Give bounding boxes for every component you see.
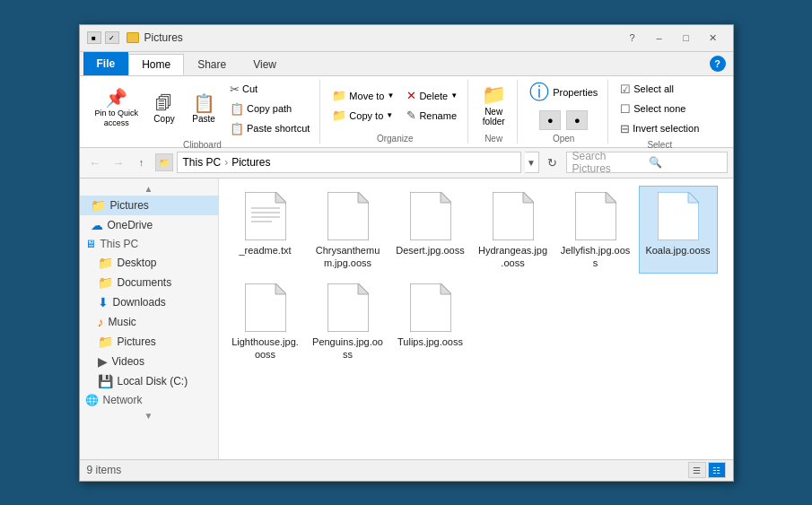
lighthouse-doc-icon (245, 283, 286, 332)
search-placeholder: Search Pictures (572, 150, 645, 175)
refresh-button[interactable]: ↻ (543, 152, 563, 172)
hydrangeas-doc-icon (493, 192, 534, 240)
tab-view[interactable]: View (240, 54, 290, 75)
forward-button[interactable]: → (109, 152, 128, 172)
this-pc-path: This PC (183, 156, 222, 169)
sidebar-item-label: Downloads (113, 296, 166, 309)
this-pc-icon: 🖥 (85, 238, 96, 250)
sidebar-item-music[interactable]: ♪ Music (80, 312, 218, 332)
sidebar-item-local-disk[interactable]: 💾 Local Disk (C:) (80, 371, 218, 391)
title-icon-1: ■ (87, 31, 101, 44)
help-icon[interactable]: ? (710, 56, 726, 72)
sidebar-item-this-pc[interactable]: 🖥 This PC (80, 235, 218, 253)
view-toggle: ☰ ☷ (688, 462, 726, 478)
back-button[interactable]: ← (85, 152, 105, 172)
organize-col: 📁 Move to ▼ 📁 Copy to ▼ (327, 86, 398, 125)
new-folder-icon: 📁 (482, 85, 506, 105)
koala-doc-icon (658, 192, 699, 240)
open-extra-2[interactable]: ● (566, 110, 588, 130)
title-icon-2: ✓ (105, 31, 119, 44)
maximize-button[interactable]: □ (674, 29, 699, 47)
sidebar-item-onedrive[interactable]: ☁ OneDrive (80, 215, 218, 235)
ribbon-group-select: ☑ Select all ☐ Select none ⊟ Invert sele… (610, 80, 709, 144)
clipboard-small-buttons: ✂ Cut 📋 Copy path 📋 Paste shortcut (225, 80, 314, 138)
file-desert[interactable]: Desert.jpg.ooss (391, 186, 470, 274)
sidebar-scroll-down[interactable]: ▼ (80, 409, 218, 422)
close-button[interactable]: ✕ (701, 29, 726, 47)
pin-quick-access-button[interactable]: 📌 Pin to Quick access (91, 86, 144, 131)
music-icon: ♪ (98, 315, 104, 329)
search-box[interactable]: Search Pictures 🔍 (566, 152, 728, 173)
sidebar-item-documents[interactable]: 📁 Documents (80, 273, 218, 292)
grid-view-button[interactable]: ☷ (708, 462, 726, 478)
minimize-button[interactable]: – (647, 29, 672, 47)
file-koala[interactable]: Koala.jpg.ooss (639, 186, 718, 274)
sidebar-item-pictures[interactable]: 📁 Pictures (80, 332, 218, 352)
tab-home[interactable]: Home (128, 54, 184, 75)
file-label-jellyfish: Jellyfish.jpg.ooss (560, 244, 632, 270)
penguins-doc-icon (327, 283, 369, 332)
file-label-tulips: Tulips.jpg.ooss (395, 335, 467, 348)
title-bar-title: Pictures (127, 31, 620, 44)
paste-shortcut-button[interactable]: 📋 Paste shortcut (225, 119, 314, 138)
main-area: ▲ 📁 Pictures ☁ OneDrive 🖥 This PC 📁 Desk… (80, 178, 733, 459)
delete-chevron: ▼ (450, 91, 458, 100)
select-none-button[interactable]: ☐ Select none (616, 100, 703, 118)
rename-button[interactable]: ✎ Rename (402, 106, 462, 125)
help-button[interactable]: ? (620, 29, 645, 47)
select-all-button[interactable]: ☑ Select all (616, 80, 703, 99)
organize-col2: ✕ Delete ▼ ✎ Rename (402, 86, 462, 125)
svg-marker-15 (688, 192, 699, 203)
sidebar-item-pictures-fav[interactable]: 📁 Pictures (80, 196, 218, 215)
file-hydrangeas[interactable]: Hydrangeas.jpg.ooss (474, 186, 553, 274)
file-explorer-window: ■ ✓ Pictures ? – □ ✕ File Home Share Vie… (79, 24, 734, 482)
cut-button[interactable]: ✂ Cut (225, 80, 314, 99)
file-penguins[interactable]: Penguins.jpg.ooss (309, 277, 388, 366)
new-folder-button[interactable]: 📁 New folder (476, 83, 511, 129)
sidebar-item-label: Network (103, 394, 143, 406)
new-label: New (485, 134, 502, 144)
desktop-icon: 📁 (98, 256, 113, 270)
paste-button[interactable]: 📋 Paste (186, 91, 222, 126)
open-extra-1[interactable]: ● (539, 110, 561, 130)
delete-button[interactable]: ✕ Delete ▼ (402, 86, 462, 105)
list-view-button[interactable]: ☰ (688, 462, 706, 478)
sidebar-scroll-up[interactable]: ▲ (80, 182, 218, 196)
copy-to-button[interactable]: 📁 Copy to ▼ (327, 106, 398, 125)
copy-path-button[interactable]: 📋 Copy path (225, 100, 314, 118)
tab-file[interactable]: File (83, 52, 129, 75)
location-icon: 📁 (155, 153, 173, 171)
address-bar: ← → ↑ 📁 This PC › Pictures ▼ ↻ Search Pi… (80, 148, 733, 178)
select-col: ☑ Select all ☐ Select none ⊟ Invert sele… (616, 80, 703, 138)
delete-icon: ✕ (406, 89, 416, 102)
window-controls: ? – □ ✕ (620, 29, 726, 47)
file-readme[interactable]: _readme.txt (226, 186, 305, 274)
svg-marker-21 (441, 283, 451, 294)
tab-share[interactable]: Share (184, 54, 240, 75)
paste-icon: 📋 (193, 94, 215, 112)
sidebar-item-desktop[interactable]: 📁 Desktop (80, 253, 218, 273)
invert-selection-button[interactable]: ⊟ Invert selection (616, 119, 703, 138)
sidebar: ▲ 📁 Pictures ☁ OneDrive 🖥 This PC 📁 Desk… (80, 178, 219, 459)
move-to-button[interactable]: 📁 Move to ▼ (327, 86, 398, 105)
up-button[interactable]: ↑ (132, 152, 152, 172)
file-jellyfish[interactable]: Jellyfish.jpg.ooss (556, 186, 635, 274)
onedrive-icon: ☁ (91, 218, 103, 232)
sidebar-item-videos[interactable]: ▶ Videos (80, 352, 218, 371)
address-path[interactable]: This PC › Pictures (177, 152, 521, 173)
ribbon-group-organize: 📁 Move to ▼ 📁 Copy to ▼ ✕ (322, 80, 468, 144)
sidebar-item-downloads[interactable]: ⬇ Downloads (80, 292, 218, 312)
rename-icon: ✎ (406, 109, 416, 122)
file-label-koala: Koala.jpg.ooss (642, 244, 714, 257)
file-tulips[interactable]: Tulips.jpg.ooss (391, 277, 470, 366)
address-chevron[interactable]: ▼ (525, 152, 539, 173)
sidebar-item-label: Videos (112, 355, 144, 368)
disk-icon: 💾 (98, 374, 113, 388)
file-chrysanthemum[interactable]: Chrysanthemum.jpg.ooss (309, 186, 388, 274)
svg-marker-11 (523, 192, 534, 203)
copy-button[interactable]: 🗐 Copy (146, 91, 182, 126)
file-lighthouse[interactable]: Lighthouse.jpg.ooss (226, 277, 305, 366)
clipboard-buttons: 📌 Pin to Quick access 🗐 Copy 📋 Paste (91, 80, 315, 138)
sidebar-item-network[interactable]: 🌐 Network (80, 391, 218, 409)
properties-button[interactable]: ⓘ Properties (525, 80, 602, 105)
